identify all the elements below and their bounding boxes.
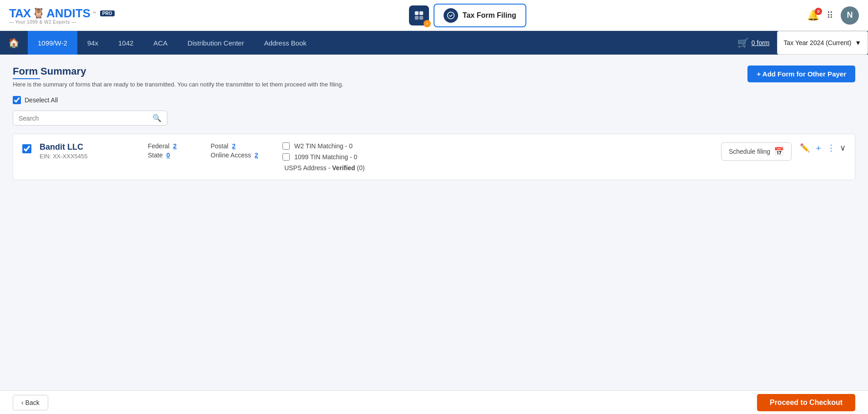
logo-area: TAX 🦉 ANDITS ™ PRO — Your 1099 & W2 Expe… [9,6,115,25]
pro-badge: PRO [100,10,115,16]
add-form-other-payer-button[interactable]: + Add Form for Other Payer [747,66,855,82]
payer-info: Bandit LLC EIN: XX-XXX5455 [40,142,140,160]
top-header: TAX 🦉 ANDITS ™ PRO — Your 1099 & W2 Expe… [0,0,868,31]
state-label: State [148,151,163,159]
cart-count[interactable]: 0 form [752,39,770,46]
add-payer-button[interactable]: ＋ [814,142,823,153]
svg-rect-2 [415,15,419,19]
payer-extras: Postal 2 Online Access 2 [211,142,274,159]
svg-point-4 [447,12,454,19]
search-row: 🔍 [13,111,855,126]
nav-item-1099w2-label: 1099/W-2 [38,39,67,47]
nav-item-distribution-center-label: Distribution Center [187,39,244,47]
schedule-filing-button[interactable]: Schedule filing 📅 [721,142,792,161]
edit-icon: ✏️ [800,143,810,152]
nav-item-94x[interactable]: 94x [77,31,108,55]
form-summary-header: Form Summary Here is the summary of form… [13,66,855,88]
tax-form-filing-label: Tax Form Filing [463,11,516,20]
tin1099-checkbox[interactable] [283,153,290,161]
online-access-count-row: Online Access 2 [211,151,274,159]
postal-label: Postal [211,142,228,150]
tm-badge: ™ [92,11,96,15]
schedule-filing-label: Schedule filing [729,148,770,155]
more-icon: ⋮ [827,143,835,152]
header-center: › Tax Form Filing [128,4,807,27]
payer-counts: Federal 2 State 0 [148,142,202,159]
payer-tin-section: W2 TIN Matching - 0 1099 TIN Matching - … [283,142,713,172]
payer-card: Bandit LLC EIN: XX-XXX5455 Federal 2 Sta… [13,134,855,180]
cart-area[interactable]: 🛒 0 form [730,37,777,48]
online-access-label: Online Access [211,151,251,159]
home-icon: 🏠 [8,37,20,48]
add-icon: ＋ [814,143,823,152]
switch-arrow-badge: › [424,20,431,27]
tin1099-row: 1099 TIN Matching - 0 [283,153,713,161]
action-icons: ✏️ ＋ ⋮ ∨ [800,142,846,153]
usps-label: USPS Address - [284,164,330,172]
online-access-count[interactable]: 2 [255,151,258,159]
tax-form-filing-button[interactable]: Tax Form Filing [434,4,526,27]
payer-checkbox[interactable] [22,144,31,153]
postal-count-row: Postal 2 [211,142,274,150]
edit-payer-button[interactable]: ✏️ [800,143,810,153]
logo-tagline: — Your 1099 & W2 Experts — [9,20,76,25]
nav-item-1042-label: 1042 [118,39,133,47]
logo-main: TAX 🦉 ANDITS ™ PRO [9,6,115,20]
usps-row: USPS Address - Verified (0) [283,164,713,172]
nav-item-address-book[interactable]: Address Book [254,31,316,55]
search-box: 🔍 [13,111,167,126]
notifications-button[interactable]: 🔔 0 [807,10,819,21]
nav-item-1099w2[interactable]: 1099/W-2 [28,31,77,55]
switch-app-button[interactable]: › [409,5,429,25]
tax-year-label: Tax Year 2024 (Current) [784,39,852,46]
federal-count-row: Federal 2 [148,142,202,150]
usps-verified-label: Verified [332,164,355,172]
tax-form-filing-icon [444,8,458,23]
form-summary-info: Form Summary Here is the summary of form… [13,66,343,88]
nav-item-aca[interactable]: ACA [143,31,177,55]
logo-andits: ANDITS [46,6,91,20]
main-content: Form Summary Here is the summary of form… [0,55,868,390]
expand-icon: ∨ [840,143,846,152]
usps-count: (0) [357,164,365,172]
w2-tin-checkbox[interactable] [283,142,290,150]
state-count[interactable]: 0 [167,151,170,159]
search-icon: 🔍 [152,114,161,122]
schedule-section: Schedule filing 📅 [721,142,792,161]
expand-payer-button[interactable]: ∨ [840,143,846,153]
nav-item-aca-label: ACA [153,39,167,47]
switch-icon [414,10,424,20]
logo-tax: TAX [9,6,30,20]
deselect-row: Deselect All [13,96,855,104]
federal-label: Federal [148,142,169,150]
cart-icon: 🛒 [737,37,749,48]
title-divider [13,78,40,79]
payer-ein: EIN: XX-XXX5455 [40,153,140,160]
nav-home-button[interactable]: 🏠 [0,31,28,55]
federal-count[interactable]: 2 [173,142,177,150]
payer-name: Bandit LLC [40,142,140,152]
deselect-all-label[interactable]: Deselect All [25,96,58,104]
nav-item-94x-label: 94x [87,39,98,47]
deselect-all-checkbox[interactable] [13,96,21,104]
svg-rect-0 [415,11,419,15]
header-right: 🔔 0 ⠿ N [807,6,859,25]
tax-year-chevron-icon: ▼ [855,39,861,46]
search-input[interactable] [19,115,149,122]
user-avatar-button[interactable]: N [841,6,859,25]
postal-count[interactable]: 2 [232,142,236,150]
search-button[interactable]: 🔍 [152,114,161,122]
nav-item-1042[interactable]: 1042 [108,31,143,55]
nav-item-distribution-center[interactable]: Distribution Center [177,31,254,55]
grid-menu-button[interactable]: ⠿ [827,10,833,21]
calendar-icon: 📅 [774,146,784,157]
page-title: Form Summary [13,66,343,77]
svg-rect-3 [419,15,423,19]
nav-item-address-book-label: Address Book [264,39,306,47]
tin1099-label: 1099 TIN Matching - 0 [294,153,357,161]
page-subtitle: Here is the summary of forms that are re… [13,81,343,88]
logo-owl-icon: 🦉 [32,7,45,19]
tax-year-dropdown[interactable]: Tax Year 2024 (Current) ▼ [777,31,868,55]
more-options-button[interactable]: ⋮ [827,143,835,153]
w2-tin-row: W2 TIN Matching - 0 [283,142,713,150]
